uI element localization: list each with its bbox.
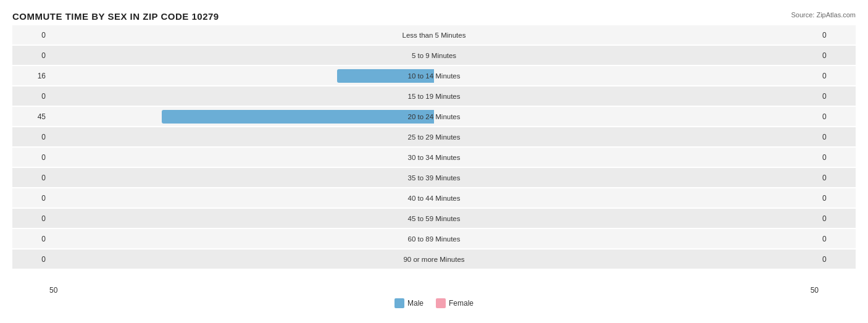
male-value: 16 — [12, 72, 49, 80]
female-bar-container — [434, 127, 819, 146]
female-bar-container — [434, 188, 819, 208]
table-row: 060 to 89 Minutes0 — [12, 229, 856, 248]
table-row: 035 to 39 Minutes0 — [12, 168, 856, 187]
bar-section: 45 to 59 Minutes — [49, 209, 819, 228]
female-value: 0 — [819, 214, 856, 223]
male-bar-container — [49, 127, 434, 146]
female-value: 0 — [819, 72, 856, 80]
female-value: 0 — [819, 51, 856, 60]
female-bar-container — [434, 148, 819, 167]
male-bar-container — [49, 209, 434, 228]
male-value: 0 — [12, 174, 49, 182]
male-value: 0 — [12, 51, 49, 60]
table-row: 1610 to 14 Minutes0 — [12, 66, 856, 85]
bar-section: Less than 5 Minutes — [49, 25, 819, 44]
male-bar-container — [49, 25, 434, 44]
female-value: 0 — [819, 194, 856, 203]
bar-section: 10 to 14 Minutes — [49, 66, 819, 85]
male-value: 0 — [12, 92, 49, 101]
male-bar-container — [49, 168, 434, 187]
male-color-box — [394, 298, 404, 308]
bar-section: 20 to 24 Minutes — [49, 107, 819, 126]
source-link: Source: ZipAtlas.com — [791, 11, 856, 19]
male-bar-container — [49, 229, 434, 248]
chart-title: COMMUTE TIME BY SEX IN ZIP CODE 10279 — [12, 11, 856, 22]
table-row: 05 to 9 Minutes0 — [12, 46, 856, 65]
female-value: 0 — [819, 174, 856, 182]
female-value: 0 — [819, 92, 856, 101]
male-value: 0 — [12, 31, 49, 40]
table-row: 015 to 19 Minutes0 — [12, 86, 856, 106]
male-bar-container — [49, 46, 434, 65]
female-value: 0 — [819, 31, 856, 40]
female-value: 0 — [819, 153, 856, 162]
legend-female: Female — [436, 298, 474, 308]
female-bar-container — [434, 86, 819, 106]
axis-left-label: 50 — [49, 286, 57, 295]
female-color-box — [436, 298, 446, 308]
chart-container: COMMUTE TIME BY SEX IN ZIP CODE 10279 So… — [0, 0, 868, 323]
male-bar-container — [49, 250, 434, 269]
female-value: 0 — [819, 235, 856, 243]
male-value: 0 — [12, 214, 49, 223]
table-row: 025 to 29 Minutes0 — [12, 127, 856, 146]
bar-section: 90 or more Minutes — [49, 250, 819, 269]
female-bar-container — [434, 229, 819, 248]
female-bar-container — [434, 209, 819, 228]
female-bar-container — [434, 250, 819, 269]
male-bar-container — [49, 66, 434, 85]
male-value: 45 — [12, 112, 49, 121]
bar-section: 15 to 19 Minutes — [49, 86, 819, 106]
female-value: 0 — [819, 133, 856, 141]
male-value: 0 — [12, 194, 49, 203]
female-bar-container — [434, 107, 819, 126]
male-legend-label: Male — [407, 299, 424, 308]
bar-section: 40 to 44 Minutes — [49, 188, 819, 208]
female-bar-container — [434, 168, 819, 187]
male-bar — [162, 110, 434, 124]
male-bar — [337, 69, 434, 83]
bar-section: 35 to 39 Minutes — [49, 168, 819, 187]
axis-labels: 50 50 — [12, 286, 856, 295]
bar-section: 30 to 34 Minutes — [49, 148, 819, 167]
female-bar-container — [434, 25, 819, 44]
table-row: 040 to 44 Minutes0 — [12, 188, 856, 208]
legend: Male Female — [12, 298, 856, 308]
male-bar-container — [49, 148, 434, 167]
table-row: 030 to 34 Minutes0 — [12, 148, 856, 167]
female-bar-container — [434, 66, 819, 85]
female-legend-label: Female — [449, 299, 474, 308]
legend-male: Male — [394, 298, 424, 308]
table-row: 4520 to 24 Minutes0 — [12, 107, 856, 126]
female-bar-container — [434, 46, 819, 65]
bar-section: 5 to 9 Minutes — [49, 46, 819, 65]
female-value: 0 — [819, 112, 856, 121]
male-bar-container — [49, 188, 434, 208]
axis-right-label: 50 — [811, 286, 819, 295]
bar-section: 60 to 89 Minutes — [49, 229, 819, 248]
chart-area: 0Less than 5 Minutes005 to 9 Minutes0161… — [12, 25, 856, 285]
male-value: 0 — [12, 133, 49, 141]
male-bar-container — [49, 86, 434, 106]
male-value: 0 — [12, 255, 49, 264]
male-bar-container — [49, 107, 434, 126]
table-row: 0Less than 5 Minutes0 — [12, 25, 856, 44]
table-row: 090 or more Minutes0 — [12, 250, 856, 269]
table-row: 045 to 59 Minutes0 — [12, 209, 856, 228]
bar-section: 25 to 29 Minutes — [49, 127, 819, 146]
male-value: 0 — [12, 153, 49, 162]
female-value: 0 — [819, 255, 856, 264]
male-value: 0 — [12, 235, 49, 243]
